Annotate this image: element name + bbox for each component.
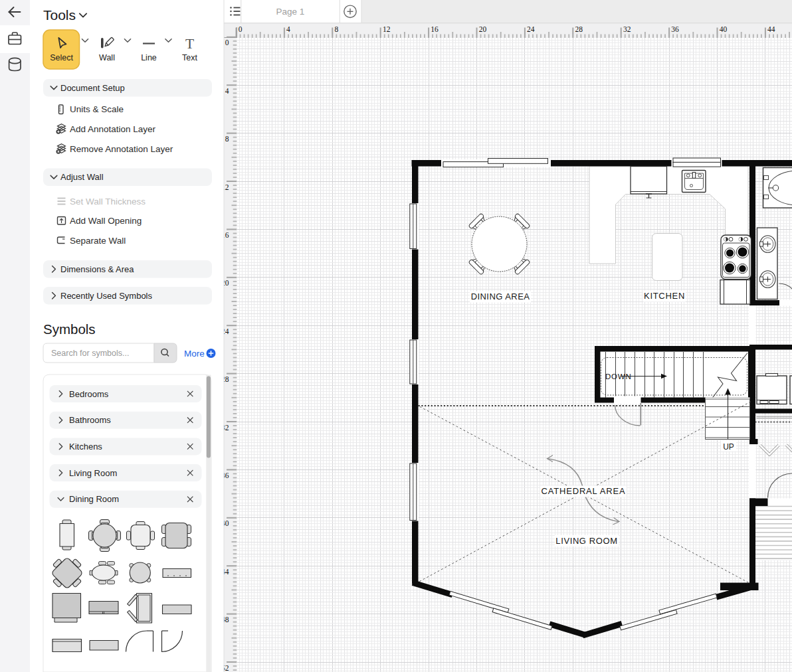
svg-text:Document Setup: Document Setup xyxy=(60,83,125,93)
svg-text:Text: Text xyxy=(182,53,197,62)
svg-text:Adjust Wall: Adjust Wall xyxy=(60,172,104,182)
svg-text:Page 1: Page 1 xyxy=(276,7,305,17)
svg-text:40: 40 xyxy=(720,25,728,33)
svg-text:4: 4 xyxy=(286,25,290,33)
svg-text:12: 12 xyxy=(383,25,391,33)
svg-text:LIVING ROOM: LIVING ROOM xyxy=(555,536,617,546)
svg-text:Symbols: Symbols xyxy=(43,321,96,337)
svg-text:Separate Wall: Separate Wall xyxy=(70,236,126,246)
svg-text:0: 0 xyxy=(225,39,229,46)
svg-text:DINING AREA: DINING AREA xyxy=(471,292,530,301)
svg-text:Set Wall Thickness: Set Wall Thickness xyxy=(70,197,146,207)
svg-text:Add Wall Opening: Add Wall Opening xyxy=(70,216,142,226)
svg-text:Bedrooms: Bedrooms xyxy=(69,389,109,399)
svg-text:KITCHEN: KITCHEN xyxy=(644,291,685,301)
svg-text:8: 8 xyxy=(225,135,229,143)
svg-text:T: T xyxy=(185,36,194,52)
svg-text:36: 36 xyxy=(671,25,679,33)
svg-text:28: 28 xyxy=(575,25,583,33)
svg-text:Living Room: Living Room xyxy=(69,468,117,478)
svg-text:Wall: Wall xyxy=(99,53,115,62)
svg-text:Kitchens: Kitchens xyxy=(69,442,102,452)
svg-text:More: More xyxy=(184,349,205,359)
svg-text:Select: Select xyxy=(50,53,73,62)
svg-text:Bathrooms: Bathrooms xyxy=(69,415,111,425)
svg-text:Recently Used Symbols: Recently Used Symbols xyxy=(60,291,152,301)
svg-text:Search for symbols...: Search for symbols... xyxy=(51,349,129,358)
svg-text:8: 8 xyxy=(335,25,339,33)
svg-text:Line: Line xyxy=(141,53,157,62)
svg-text:Tools: Tools xyxy=(43,7,76,23)
svg-text:24: 24 xyxy=(527,25,535,33)
svg-text:UP: UP xyxy=(723,442,734,452)
svg-text:4: 4 xyxy=(225,87,229,95)
svg-text:16: 16 xyxy=(431,25,439,33)
svg-text:0: 0 xyxy=(239,25,243,33)
svg-text:32: 32 xyxy=(623,25,631,33)
svg-text:44: 44 xyxy=(767,25,775,33)
svg-text:Dimensions & Area: Dimensions & Area xyxy=(60,264,134,274)
svg-text:Remove Annotation Layer: Remove Annotation Layer xyxy=(70,144,173,154)
svg-text:Units & Scale: Units & Scale xyxy=(70,104,124,114)
svg-text:Dining Room: Dining Room xyxy=(69,494,119,504)
svg-text:CATHEDRAL AREA: CATHEDRAL AREA xyxy=(542,486,626,496)
svg-text:Add Annotation Layer: Add Annotation Layer xyxy=(70,124,156,134)
svg-text:20: 20 xyxy=(479,25,487,33)
